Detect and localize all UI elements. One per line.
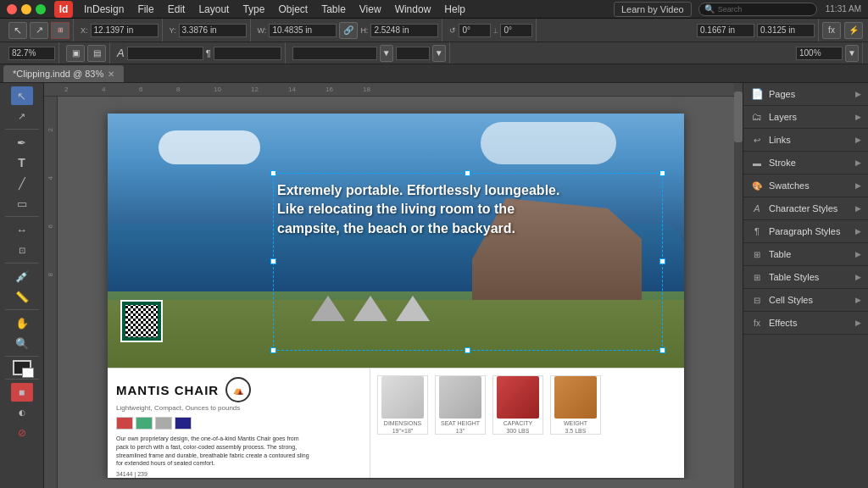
shear-input[interactable] xyxy=(500,24,532,37)
effects-panel-header[interactable]: fx Effects ▶ xyxy=(743,312,868,334)
fill-swatch[interactable] xyxy=(13,360,31,375)
handle-mid-left[interactable] xyxy=(270,258,276,264)
selection-tool[interactable]: ↖ xyxy=(11,86,33,105)
menu-object[interactable]: Object xyxy=(272,2,314,17)
measure-tool[interactable]: 📏 xyxy=(11,287,33,306)
cell-styles-arrow: ▶ xyxy=(855,296,861,304)
links-panel-header[interactable]: ↩ Links ▶ xyxy=(743,129,868,151)
menu-help[interactable]: Help xyxy=(438,2,471,17)
layers-panel-header[interactable]: 🗂 Layers ▶ xyxy=(743,106,868,128)
para-style-input[interactable] xyxy=(214,47,281,60)
menu-file[interactable]: File xyxy=(131,2,159,17)
overlay-text: Extremely portable. Effortlessly loungea… xyxy=(277,181,659,238)
y-input[interactable] xyxy=(179,24,247,37)
direct-select-icon[interactable]: ↗ xyxy=(30,22,48,39)
swatches-icon: 🎨 xyxy=(750,181,764,191)
table-arrow: ▶ xyxy=(855,250,861,258)
handle-top-mid[interactable] xyxy=(465,170,470,176)
handle-mid-right[interactable] xyxy=(659,258,665,264)
eyedropper-tool[interactable]: 💉 xyxy=(11,267,33,286)
tab-close-icon[interactable]: ✕ xyxy=(108,69,114,79)
transform-proxy-icon[interactable]: ⊞ xyxy=(51,22,70,39)
chair-val-3: 300 LBS xyxy=(507,428,530,434)
char-style-input[interactable] xyxy=(127,47,203,60)
menu-view[interactable]: View xyxy=(353,2,387,17)
x-input[interactable] xyxy=(91,24,159,37)
zoom-pct-input[interactable] xyxy=(796,47,843,60)
apply-color-btn[interactable]: ◼ xyxy=(11,383,33,402)
fx-button[interactable]: fx xyxy=(822,22,841,39)
transform-tool[interactable]: ↔ xyxy=(11,220,33,239)
font-size-input[interactable] xyxy=(396,47,430,60)
product-info-panel: MANTIS CHAIR ⛺ Lightweight, Compact, Oun… xyxy=(108,369,370,478)
search-bar[interactable]: 🔍 Search xyxy=(698,3,817,16)
free-transform-tool[interactable]: ⊡ xyxy=(11,241,33,259)
canvas-scroll[interactable]: Extremely portable. Effortlessly loungea… xyxy=(58,97,734,480)
ruler-tick-2: 2 xyxy=(64,86,102,93)
brand-circle-icon: ⛺ xyxy=(225,377,251,402)
menu-window[interactable]: Window xyxy=(389,2,437,17)
layers-label: Layers xyxy=(769,112,797,122)
document-tab[interactable]: *Clipping.indd @ 83% ✕ xyxy=(3,65,124,82)
menu-bar: Id InDesign File Edit Layout Type Object… xyxy=(0,0,868,19)
menu-edit[interactable]: Edit xyxy=(162,2,192,17)
pages-section: 📄 Pages ▶ xyxy=(743,83,868,106)
type-tool[interactable]: T xyxy=(11,153,33,172)
handle-top-right[interactable] xyxy=(659,170,665,176)
zoom-pct-btn[interactable]: ▼ xyxy=(845,45,859,62)
para-styles-section: ¶ Paragraph Styles ▶ xyxy=(743,220,868,243)
handle-bot-right[interactable] xyxy=(659,347,665,353)
direct-select-tool[interactable]: ↗ xyxy=(11,107,33,125)
h-input[interactable] xyxy=(370,24,438,37)
handle-bot-mid[interactable] xyxy=(465,347,470,353)
zoom-input[interactable] xyxy=(8,47,55,60)
layers-icon: 🗂 xyxy=(750,111,764,123)
para-styles-panel-header[interactable]: ¶ Paragraph Styles ▶ xyxy=(743,220,868,242)
table-styles-panel-header[interactable]: ⊞ Table Styles ▶ xyxy=(743,266,868,288)
rotation-input[interactable] xyxy=(459,24,491,37)
lightning-button[interactable]: ⚡ xyxy=(844,22,863,39)
frame-tool[interactable]: ▭ xyxy=(11,194,33,213)
zoom-tool[interactable]: 🔍 xyxy=(11,334,33,352)
stroke-panel-header[interactable]: ▬ Stroke ▶ xyxy=(743,152,868,174)
close-button[interactable] xyxy=(7,4,17,14)
w-input[interactable] xyxy=(269,24,337,37)
menu-table[interactable]: Table xyxy=(315,2,352,17)
vertical-scrollbar[interactable] xyxy=(734,83,743,488)
y-offset-input[interactable] xyxy=(757,24,815,37)
constrain-proportions-icon[interactable]: 🔗 xyxy=(339,22,358,39)
handle-top-left[interactable] xyxy=(270,170,276,176)
effects-icon: fx xyxy=(750,319,764,328)
menu-type[interactable]: Type xyxy=(236,2,270,17)
screen-mode-btn[interactable]: ▤ xyxy=(87,45,106,62)
menu-layout[interactable]: Layout xyxy=(192,2,235,17)
scrollbar-thumb[interactable] xyxy=(734,92,743,142)
swatch-gray xyxy=(155,417,172,430)
selection-tool-icon[interactable]: ↖ xyxy=(8,22,27,39)
pen-tool[interactable]: ✒ xyxy=(11,133,33,152)
handle-bot-left[interactable] xyxy=(270,347,276,353)
table-panel-header[interactable]: ⊞ Table ▶ xyxy=(743,243,868,265)
links-arrow: ▶ xyxy=(855,136,861,144)
minimize-button[interactable] xyxy=(21,4,31,14)
swatches-section: 🎨 Swatches ▶ xyxy=(743,175,868,197)
apply-gradient-btn[interactable]: ◐ xyxy=(11,403,33,422)
maximize-button[interactable] xyxy=(36,4,46,14)
font-style-btn[interactable]: ▼ xyxy=(380,45,393,62)
line-tool[interactable]: ╱ xyxy=(11,174,33,192)
x-offset-input[interactable] xyxy=(697,24,754,37)
menu-indesign[interactable]: InDesign xyxy=(78,2,130,17)
para-icon: ¶ xyxy=(206,48,211,58)
apply-none-btn[interactable]: ⊘ xyxy=(11,424,33,442)
learn-by-video-label[interactable]: Learn by Video xyxy=(614,2,692,17)
font-name-input[interactable] xyxy=(292,47,377,60)
v-tick-2: 2 xyxy=(47,120,54,132)
swatches-panel-header[interactable]: 🎨 Swatches ▶ xyxy=(743,175,868,197)
qr-code xyxy=(120,300,163,342)
pages-panel-header[interactable]: 📄 Pages ▶ xyxy=(743,83,868,105)
hand-tool[interactable]: ✋ xyxy=(11,313,33,332)
view-mode-btn[interactable]: ▣ xyxy=(66,45,85,62)
char-styles-panel-header[interactable]: A Character Styles ▶ xyxy=(743,197,868,219)
cell-styles-panel-header[interactable]: ⊟ Cell Styles ▶ xyxy=(743,289,868,311)
font-size-btn[interactable]: ▼ xyxy=(432,45,446,62)
